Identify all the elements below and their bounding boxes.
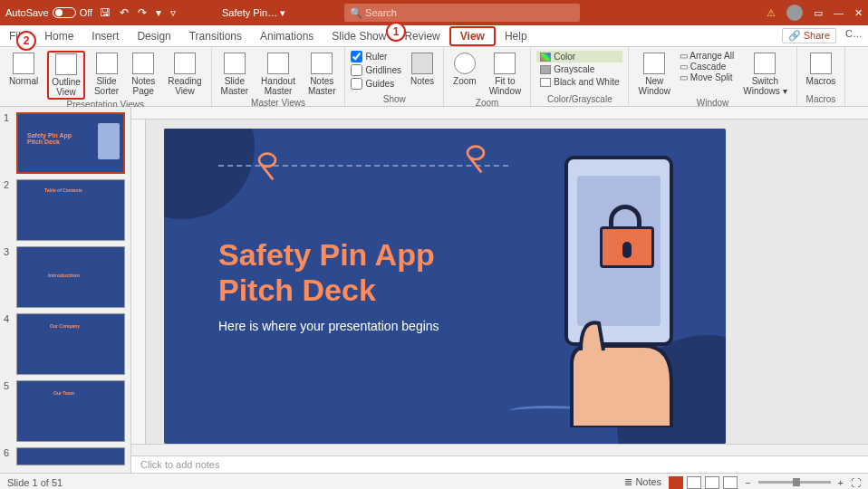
group-color: Color Grayscale Black and White Color/Gr…: [531, 47, 629, 106]
titlebar-right: ⚠ ▭ — ✕: [767, 5, 863, 21]
group-presentation-views: Normal Outline View Slide Sorter Notes P…: [0, 47, 212, 106]
outline-view-button[interactable]: Outline View: [47, 51, 85, 100]
share-button[interactable]: 🔗 Share: [782, 28, 836, 43]
thumb-5[interactable]: 5 Our Team: [4, 380, 127, 442]
redo-icon[interactable]: ↷: [138, 6, 147, 19]
phone-illustration: [554, 156, 690, 427]
main-area: 1 Safety Pin App Pitch Deck 2 Table of C…: [0, 107, 868, 473]
zoom-slider[interactable]: [758, 481, 831, 484]
warning-icon[interactable]: ⚠: [767, 7, 776, 19]
normal-view-icon[interactable]: [669, 476, 683, 489]
move-split-button[interactable]: ▭ Move Split: [680, 72, 734, 82]
slideshow-view-icon[interactable]: [723, 476, 738, 489]
callout-1: 1: [386, 22, 406, 42]
svg-point-1: [468, 147, 484, 159]
reading-view-icon[interactable]: [705, 476, 719, 489]
fit-icon[interactable]: ⛶: [851, 477, 861, 488]
horizontal-ruler: [131, 107, 868, 120]
normal-view-button[interactable]: Normal: [5, 51, 42, 88]
pin-icon: [255, 150, 280, 183]
thumb-1[interactable]: 1 Safety Pin App Pitch Deck: [4, 112, 127, 174]
view-switcher: [669, 476, 738, 489]
callout-2: 2: [16, 31, 36, 51]
group-show: Ruler Gridlines Guides Notes Show: [345, 47, 444, 106]
handout-master-button[interactable]: Handout Master: [257, 51, 299, 98]
bw-button[interactable]: Black and White: [536, 76, 622, 88]
arrange-all-button[interactable]: ▭ Arrange All: [680, 51, 734, 61]
macros-button[interactable]: Macros: [803, 51, 840, 88]
tab-transitions[interactable]: Transitions: [180, 25, 251, 46]
gridlines-checkbox[interactable]: Gridlines: [351, 64, 400, 76]
fit-window-button[interactable]: Fit to Window: [486, 51, 526, 98]
quick-access: 🖫 ↶ ↷ ▾ ▿: [100, 6, 176, 19]
autosave-label: AutoSave: [5, 7, 49, 18]
grayscale-button[interactable]: Grayscale: [536, 63, 622, 75]
thumb-2[interactable]: 2 Table of Contents: [4, 179, 127, 241]
close-icon[interactable]: ✕: [854, 7, 863, 19]
notes-button[interactable]: Notes: [407, 51, 438, 88]
tab-slideshow[interactable]: Slide Show: [323, 25, 395, 46]
lock-icon: [600, 205, 654, 268]
autosave-toggle[interactable]: AutoSave Off: [5, 7, 92, 18]
ribbon-tabs: File Home Insert Design Transitions Anim…: [0, 25, 868, 47]
slide-canvas[interactable]: Safety Pin App Pitch Deck Here is where …: [146, 120, 868, 444]
group-zoom: Zoom Fit to Window Zoom: [444, 47, 531, 106]
document-title[interactable]: Safety Pin… ▾: [222, 7, 285, 19]
switch-windows-button[interactable]: Switch Windows ▾: [739, 51, 790, 98]
zoom-button[interactable]: Zoom: [449, 51, 480, 88]
notes-page-button[interactable]: Notes Page: [128, 51, 159, 98]
tab-help[interactable]: Help: [496, 25, 536, 46]
autosave-state: Off: [80, 7, 92, 18]
tab-view[interactable]: View: [449, 26, 496, 46]
notes-master-button[interactable]: Notes Master: [304, 51, 340, 98]
slide-counter[interactable]: Slide 1 of 51: [7, 477, 63, 488]
search-placeholder: Search: [365, 7, 397, 18]
minimize-icon[interactable]: —: [834, 7, 844, 18]
search-icon: 🔍: [350, 7, 362, 19]
group-window: New Window ▭ Arrange All ▭ Cascade ▭ Mov…: [629, 47, 796, 106]
slide-editor: Safety Pin App Pitch Deck Here is where …: [131, 107, 868, 473]
color-button[interactable]: Color: [536, 51, 622, 62]
account-avatar[interactable]: [786, 5, 803, 21]
thumb-3[interactable]: 3 Introduction: [4, 246, 127, 308]
tab-design[interactable]: Design: [128, 25, 179, 46]
sorter-view-icon[interactable]: [687, 476, 701, 489]
ribbon-display-icon[interactable]: ▭: [814, 7, 823, 19]
overflow-icon[interactable]: ▿: [170, 6, 176, 19]
reading-view-button[interactable]: Reading View: [164, 51, 205, 98]
zoom-out-icon[interactable]: −: [745, 477, 750, 488]
zoom-in-icon[interactable]: +: [838, 477, 844, 488]
cascade-button[interactable]: ▭ Cascade: [680, 62, 734, 72]
svg-point-0: [259, 154, 275, 167]
toggle-track: [53, 7, 76, 18]
slide-subtitle[interactable]: Here is where your presentation begins: [218, 319, 439, 333]
slide-title[interactable]: Safety Pin App Pitch Deck: [218, 237, 435, 308]
ribbon: Normal Outline View Slide Sorter Notes P…: [0, 47, 868, 107]
notes-toggle[interactable]: ≣ Notes: [624, 476, 661, 488]
undo-icon[interactable]: ↶: [120, 6, 129, 19]
slide-master-button[interactable]: Slide Master: [217, 51, 253, 98]
tab-animations[interactable]: Animations: [251, 25, 323, 46]
start-slideshow-icon[interactable]: ▾: [156, 6, 161, 19]
title-bar: AutoSave Off 🖫 ↶ ↷ ▾ ▿ Safety Pin… ▾ 🔍 S…: [0, 0, 868, 25]
tab-home[interactable]: Home: [35, 25, 82, 46]
slide-thumbnail-panel[interactable]: 1 Safety Pin App Pitch Deck 2 Table of C…: [0, 107, 131, 473]
slide-1[interactable]: Safety Pin App Pitch Deck Here is where …: [164, 129, 726, 444]
thumb-6[interactable]: 6: [4, 447, 127, 465]
guides-checkbox[interactable]: Guides: [351, 78, 400, 90]
status-bar: Slide 1 of 51 ≣ Notes − + ⛶: [0, 473, 868, 489]
notes-pane[interactable]: Click to add notes: [131, 455, 868, 473]
ruler-checkbox[interactable]: Ruler: [351, 51, 400, 62]
new-window-button[interactable]: New Window: [634, 51, 674, 98]
save-icon[interactable]: 🖫: [100, 6, 111, 19]
comments-button[interactable]: C…: [845, 28, 863, 43]
pin-icon: [463, 143, 488, 176]
group-master-views: Slide Master Handout Master Notes Master…: [212, 47, 346, 106]
search-input[interactable]: 🔍 Search: [344, 4, 580, 22]
thumb-4[interactable]: 4 Our Company: [4, 313, 127, 375]
group-macros: Macros Macros: [797, 47, 846, 106]
tab-insert[interactable]: Insert: [82, 25, 128, 46]
slide-sorter-button[interactable]: Slide Sorter: [91, 51, 122, 98]
vertical-ruler: [131, 120, 146, 444]
horizontal-scrollbar[interactable]: [131, 444, 868, 455]
